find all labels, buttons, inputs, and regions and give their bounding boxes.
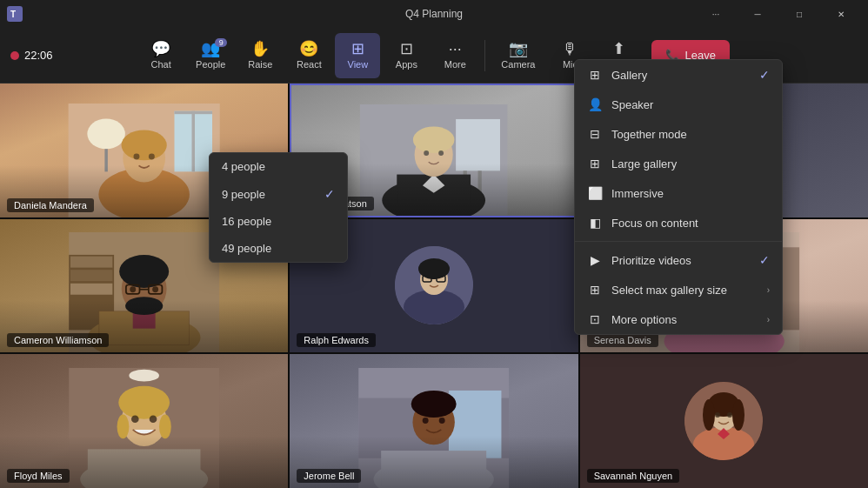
prioritize-checkmark: ✓ [759, 253, 770, 267]
immersive-icon: ⬜ [587, 185, 603, 201]
gallery-icon: ⊞ [587, 67, 603, 83]
svg-point-39 [130, 286, 136, 292]
svg-rect-14 [456, 119, 500, 170]
more-options-button[interactable]: ··· [696, 0, 736, 28]
person-avatar-savannah [684, 382, 763, 460]
react-button[interactable]: 😊 React [286, 33, 331, 78]
more-button[interactable]: ··· More [432, 33, 477, 78]
camera-icon: 📷 [509, 41, 528, 57]
svg-rect-72 [381, 451, 486, 486]
together-icon: ⊟ [587, 126, 603, 142]
share-icon: ⬆ [612, 41, 625, 57]
window-title: Q4 Planning [405, 8, 463, 20]
view-button[interactable]: ⊞ View [335, 33, 380, 78]
gallery-checkmark: ✓ [759, 68, 770, 82]
svg-point-12 [149, 154, 155, 160]
menu-item-speaker[interactable]: 👤 Speaker [575, 90, 782, 119]
video-tile-savannah: Savannah Nguyen [580, 354, 868, 488]
svg-point-65 [159, 414, 171, 438]
gallery-size-icon: ⊞ [587, 282, 603, 297]
svg-point-74 [411, 391, 457, 418]
chat-icon: 💬 [151, 41, 170, 57]
svg-point-3 [87, 118, 125, 149]
participant-name-floyd: Floyd Miles [7, 469, 70, 483]
people-button[interactable]: 👥 People 9 [187, 33, 234, 78]
gallery-size-submenu[interactable]: 4 people 9 people ✓ 16 people 49 people [209, 152, 348, 263]
menu-item-focus[interactable]: ◧ Focus on content [575, 208, 782, 237]
view-mode-menu[interactable]: ⊞ Gallery ✓ 👤 Speaker ⊟ Together mode ⊞ … [574, 59, 783, 335]
person-avatar-ralph [395, 246, 473, 324]
participant-name-cameron: Cameron Williamson [7, 333, 109, 347]
menu-item-gallery[interactable]: ⊞ Gallery ✓ [575, 60, 782, 90]
title-bar: T Q4 Planning ··· ─ □ ✕ [0, 0, 868, 28]
window-controls: ··· ─ □ ✕ [696, 0, 861, 28]
svg-rect-61 [88, 449, 201, 485]
svg-point-63 [118, 385, 170, 418]
menu-item-together[interactable]: ⊟ Together mode [575, 119, 782, 149]
focus-icon: ◧ [587, 215, 603, 231]
participant-name-daniela: Daniela Mandera [7, 198, 94, 212]
recording-dot [10, 51, 19, 60]
participant-name-ralph: Ralph Edwards [297, 333, 376, 347]
submenu-item-4people[interactable]: 4 people [210, 153, 347, 180]
chat-button[interactable]: 💬 Chat [138, 33, 184, 78]
svg-point-85 [727, 412, 732, 418]
svg-point-21 [413, 127, 454, 154]
svg-point-76 [439, 418, 445, 424]
more-options-icon: ⊡ [587, 311, 603, 327]
svg-point-40 [152, 286, 158, 292]
large-gallery-icon: ⊞ [587, 156, 603, 171]
react-icon: 😊 [299, 41, 318, 57]
recording-indicator: 22:06 [10, 49, 53, 62]
raise-button[interactable]: ✋ Raise [237, 33, 283, 78]
submenu-item-16people[interactable]: 16 people [210, 208, 347, 235]
svg-point-11 [133, 154, 139, 160]
svg-point-64 [117, 414, 130, 438]
svg-rect-4 [104, 149, 107, 171]
svg-point-23 [439, 150, 444, 156]
participant-name-serena: Serena Davis [587, 333, 658, 347]
menu-item-large-gallery[interactable]: ⊞ Large gallery [575, 149, 782, 178]
svg-rect-70 [449, 391, 502, 458]
teams-logo-icon: T [7, 6, 23, 22]
participant-name-jerome: Jerome Bell [297, 469, 361, 483]
svg-point-66 [131, 415, 139, 423]
svg-rect-27 [70, 270, 112, 281]
svg-point-84 [715, 412, 720, 418]
mic-icon: 🎙 [562, 41, 578, 57]
menu-item-immersive[interactable]: ⬜ Immersive [575, 178, 782, 208]
apps-button[interactable]: ⊡ Apps [384, 33, 429, 78]
close-button[interactable]: ✕ [821, 0, 861, 28]
menu-item-more-options[interactable]: ⊡ More options › [575, 304, 782, 334]
maximize-button[interactable]: □ [779, 0, 819, 28]
svg-point-10 [122, 130, 167, 161]
svg-point-59 [129, 369, 159, 381]
title-bar-left: T [7, 6, 23, 22]
participant-name-savannah: Savannah Nguyen [587, 469, 680, 483]
people-count-badge: 9 [215, 38, 227, 47]
raise-hand-icon: ✋ [250, 41, 270, 57]
svg-point-82 [732, 399, 744, 431]
prioritize-icon: ▶ [587, 252, 603, 268]
toolbar-divider [484, 40, 485, 71]
gallery-size-chevron: › [767, 285, 770, 295]
submenu-item-9people[interactable]: 9 people ✓ [210, 180, 347, 208]
more-dots-icon: ··· [449, 41, 462, 57]
camera-button[interactable]: 📷 Camera [492, 33, 544, 78]
svg-point-67 [150, 415, 157, 423]
apps-icon: ⊡ [400, 41, 413, 57]
svg-rect-7 [192, 111, 195, 172]
menu-divider [575, 241, 782, 242]
svg-rect-26 [70, 257, 112, 268]
svg-text:T: T [10, 10, 16, 19]
menu-item-prioritize[interactable]: ▶ Prioritize videos ✓ [575, 245, 782, 275]
video-tile-floyd: Floyd Miles [0, 354, 288, 488]
view-icon: ⊞ [351, 41, 364, 57]
speaker-icon: 👤 [587, 97, 603, 112]
svg-point-22 [424, 150, 430, 156]
svg-point-81 [703, 399, 715, 431]
minimize-button[interactable]: ─ [738, 0, 778, 28]
menu-item-gallery-size[interactable]: ⊞ Select max gallery size › [575, 275, 782, 304]
submenu-item-49people[interactable]: 49 people [210, 235, 347, 262]
svg-point-35 [125, 297, 163, 315]
